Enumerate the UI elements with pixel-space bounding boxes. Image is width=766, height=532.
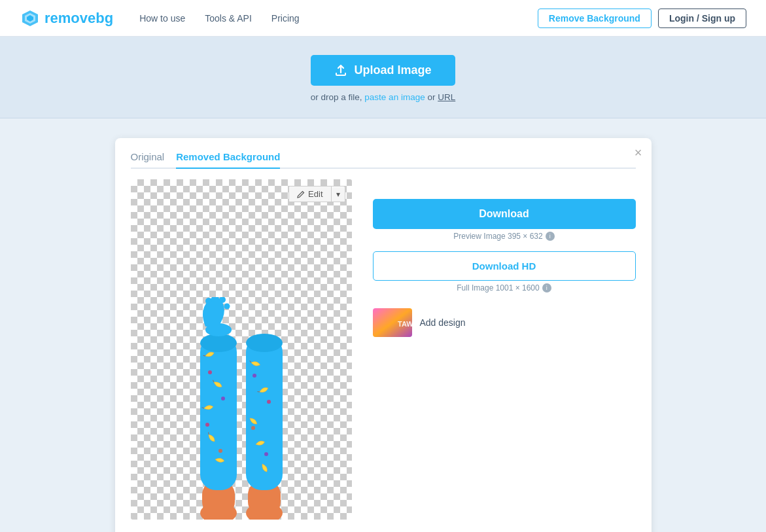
image-panel: Edit ▾ [131, 179, 353, 520]
content-area: Edit ▾ [131, 179, 636, 520]
nav-how-to-use[interactable]: How to use [139, 13, 185, 24]
svg-point-19 [205, 423, 209, 427]
header: removebg How to use Tools & API Pricing … [0, 0, 766, 37]
main-content: × Original Removed Background Edit [0, 118, 766, 532]
preview-info-icon[interactable]: i [546, 232, 555, 241]
tab-removed-background[interactable]: Removed Background [176, 151, 280, 169]
svg-rect-7 [200, 336, 237, 490]
result-image [169, 297, 313, 520]
add-design-link[interactable]: Add design [420, 317, 466, 328]
tab-original[interactable]: Original [131, 151, 165, 169]
nav-tools-api[interactable]: Tools & API [205, 13, 252, 24]
logo-icon [20, 8, 41, 29]
close-button[interactable]: × [635, 146, 642, 159]
result-card: × Original Removed Background Edit [115, 138, 652, 532]
edit-button-group: Edit ▾ [288, 186, 345, 202]
header-actions: Remove Background Login / Sign up [538, 9, 746, 28]
svg-point-10 [246, 334, 283, 352]
upload-icon [334, 64, 347, 77]
upload-image-button[interactable]: Upload Image [311, 55, 455, 86]
pencil-icon [297, 190, 305, 198]
svg-point-18 [221, 397, 225, 400]
design-thumbnail: TAWNY [373, 308, 412, 337]
remove-background-button[interactable]: Remove Background [538, 9, 652, 28]
edit-button[interactable]: Edit [289, 186, 331, 202]
download-section: Download Preview Image 395 × 632 i [373, 199, 636, 241]
svg-point-24 [264, 452, 268, 456]
url-link[interactable]: URL [438, 92, 455, 102]
svg-point-26 [205, 298, 212, 304]
upload-subtext: or drop a file, paste an image or URL [311, 92, 455, 102]
right-panel: Download Preview Image 395 × 632 i Downl… [373, 179, 636, 520]
nav-pricing[interactable]: Pricing [271, 13, 300, 24]
download-button[interactable]: Download [373, 199, 636, 229]
full-image-info: Full Image 1001 × 1600 i [373, 283, 636, 293]
full-info-icon[interactable]: i [542, 283, 551, 293]
download-hd-button[interactable]: Download HD [373, 251, 636, 281]
add-design-area: TAWNY Add design [373, 308, 636, 337]
svg-point-17 [208, 370, 212, 374]
tabs: Original Removed Background [131, 151, 636, 169]
svg-point-9 [200, 334, 237, 352]
svg-point-20 [218, 449, 222, 453]
upload-section: Upload Image or drop a file, paste an im… [0, 37, 766, 118]
svg-text:TAWNY: TAWNY [398, 320, 412, 328]
main-nav: How to use Tools & API Pricing [139, 13, 538, 24]
image-preview-area: Edit ▾ [131, 179, 352, 520]
edit-dropdown-button[interactable]: ▾ [332, 187, 345, 202]
svg-point-23 [251, 426, 255, 430]
preview-image-info: Preview Image 395 × 632 i [373, 232, 636, 241]
logo-text: removebg [44, 10, 113, 27]
download-hd-section: Download HD Full Image 1001 × 1600 i [373, 251, 636, 293]
paste-image-link[interactable]: paste an image [364, 92, 425, 102]
login-signup-button[interactable]: Login / Sign up [658, 9, 746, 28]
logo[interactable]: removebg [20, 8, 113, 29]
svg-point-29 [224, 304, 230, 310]
svg-point-22 [267, 400, 271, 404]
svg-point-21 [252, 374, 256, 378]
